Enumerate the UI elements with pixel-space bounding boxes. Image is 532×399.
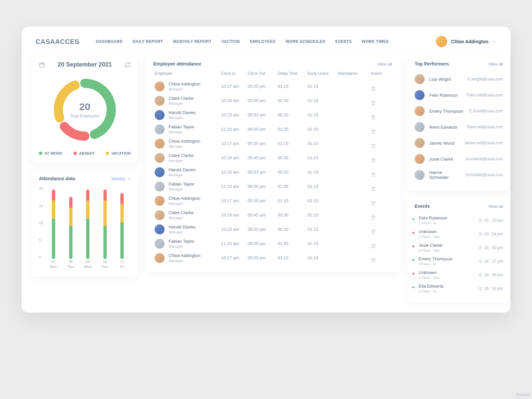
early-leave: 01:15	[308, 170, 337, 175]
delay-time: 01:15	[278, 198, 308, 203]
employee-cell: Harold DaviesManager	[155, 110, 221, 120]
trash-icon[interactable]	[371, 129, 391, 134]
event-row[interactable]: Unknown2 Floor - Out15 : 54 pm	[415, 227, 503, 241]
table-row[interactable]: Claire ClarkeManager10:19 am05:45 pm00:3…	[153, 151, 392, 165]
clock-out: 05:35 pm	[248, 84, 278, 89]
trash-icon[interactable]	[371, 115, 391, 120]
employee-role: Manager	[169, 244, 195, 248]
early-leave: 01:15	[308, 84, 337, 89]
bar	[120, 193, 124, 259]
attendance-status	[337, 84, 371, 89]
avatar	[155, 210, 165, 220]
events-title: Events	[415, 203, 430, 209]
table-row[interactable]: Fabian TaylorManager11:15 am06:00 pm01:3…	[153, 236, 392, 251]
event-time: 16 : 17 pm	[478, 259, 503, 264]
trash-icon[interactable]	[371, 200, 391, 206]
bar-column: 09Wed	[86, 186, 89, 259]
events-view-all[interactable]: View all	[488, 204, 503, 209]
col-header: Delay Time	[278, 71, 308, 76]
bar-segment	[52, 200, 55, 219]
app-window: CASAACCES DASHBOARDDAILY REPORTMONTHLY R…	[22, 27, 510, 313]
nav-item-monthly-report[interactable]: MONTHLY REPORT	[173, 39, 212, 44]
trash-icon[interactable]	[371, 86, 391, 91]
table-row[interactable]: Harold DaviesManager10:25 am05:53 pm00:2…	[153, 165, 392, 179]
table-row[interactable]: Harold DaviesManager10:25 am05:53 pm00:2…	[153, 222, 392, 236]
event-row[interactable]: Ella Edwards1 Floor - In16 : 53 pm	[415, 282, 503, 295]
employee-name: Claire Clarke	[169, 96, 194, 101]
event-row[interactable]: Unknown1 Floor - Out16 : 35 pm	[415, 268, 503, 282]
performer-row[interactable]: James WoodJames.wd@casa.com	[415, 135, 503, 151]
event-main: Unknown2 Floor - Out	[419, 229, 474, 239]
left-column: 20 September 2021 20 Total Employees AT …	[32, 54, 138, 303]
row-action	[371, 153, 391, 163]
performer-email: Schneide@casa.com	[465, 173, 503, 177]
period-select[interactable]: Weekly	[111, 176, 131, 181]
nav-item-dashboard[interactable]: DASHBOARD	[96, 39, 123, 44]
nav-item-work-schedules[interactable]: WORK SCHEDULES	[286, 39, 326, 44]
trash-icon[interactable]	[371, 172, 391, 177]
performer-row[interactable]: Hanna SchneiderSchneide@casa.com	[415, 167, 503, 183]
bar-segment	[52, 219, 55, 259]
table-row[interactable]: Chloe AddingtonManager10:17 am05:35 pm01…	[153, 251, 392, 265]
event-row[interactable]: Emery Thompson3 Floor - in16 : 17 pm	[415, 254, 503, 268]
performer-row[interactable]: Remi EdwardsRemi.ed@casa.com	[415, 119, 503, 135]
table-row[interactable]: Chloe AddingtonManager10:17 am05:35 pm01…	[153, 136, 392, 151]
performer-name: Remi Edwards	[429, 125, 463, 130]
trash-icon[interactable]	[371, 143, 391, 149]
attendance-bar-chart: 20151050 07Mon08Thur09Wed10Thur11Fri	[39, 186, 131, 269]
attendance-status	[337, 98, 371, 103]
event-row[interactable]: Josie Clarke4 Floor - Out16 : 00 pm	[415, 241, 503, 254]
performer-name: James Wood	[429, 141, 459, 146]
col-header: Attendance	[337, 71, 371, 76]
nav-item-events[interactable]: EVENTS	[335, 39, 352, 44]
event-main: Josie Clarke4 Floor - Out	[419, 243, 474, 252]
clock-icon	[478, 259, 482, 263]
trash-icon[interactable]	[371, 243, 391, 249]
clock-out: 06:00 pm	[248, 184, 278, 189]
performer-row[interactable]: Emery ThompsonE.thom@casa.com	[415, 103, 503, 119]
performer-email: James.wd@casa.com	[464, 141, 503, 145]
user-menu[interactable]: Chloe Addington	[436, 36, 496, 47]
trash-icon[interactable]	[371, 158, 391, 163]
early-leave: 01:15	[308, 184, 337, 189]
employee-name: Fabian Taylor	[169, 124, 195, 129]
table-row[interactable]: Harold DaviesManager10:25 am05:53 pm00:2…	[153, 108, 392, 122]
trash-icon[interactable]	[371, 100, 391, 106]
table-row[interactable]: Claire ClarkeManager10:19 am05:45 pm00:3…	[153, 93, 392, 108]
refresh-icon[interactable]	[125, 62, 131, 68]
nav-item-daily-report[interactable]: DAILY REPORT	[133, 39, 163, 44]
calendar-icon[interactable]	[39, 62, 45, 68]
early-leave: 01:15	[308, 255, 337, 260]
early-leave: 01:15	[308, 198, 337, 203]
table-row[interactable]: Chloe AddingtonManager10:17 am05:35 pm01…	[153, 79, 392, 93]
event-sub: 3 Floor - in	[419, 262, 474, 266]
top-performers-view-all[interactable]: View all	[488, 62, 503, 66]
trash-icon[interactable]	[371, 229, 391, 234]
nav-item-vaction[interactable]: VACTION	[221, 39, 240, 44]
status-dot-icon	[412, 245, 415, 248]
nav-item-work-times[interactable]: WORK TIMES	[362, 39, 389, 44]
status-dot-icon	[412, 272, 415, 275]
table-header: EmployeeClock InClock OutDelay TimeEarly…	[153, 71, 392, 79]
avatar	[415, 154, 425, 164]
bar-segment	[103, 190, 107, 200]
date-summary-card: 20 September 2021 20 Total Employees AT …	[32, 54, 138, 163]
table-row[interactable]: Fabian TaylorManager11:15 am06:00 pm01:3…	[153, 122, 392, 136]
performer-row[interactable]: Lsla WrightE.wright@casa.com	[415, 71, 503, 87]
event-time: 16 : 35 pm	[478, 273, 503, 277]
bar-column: 11Fri	[120, 186, 124, 259]
event-row[interactable]: Felix Robinson1 Floor - In15 : 23 pm	[415, 213, 503, 227]
performer-row[interactable]: Felix RobinsonFelix.rob@casa.com	[415, 87, 503, 103]
table-row[interactable]: Claire ClarkeManager10:19 am05:45 pm00:3…	[153, 208, 392, 222]
trash-icon[interactable]	[371, 258, 391, 263]
nav-item-employees[interactable]: EMPLOYEES	[250, 39, 275, 44]
event-sub: 4 Floor - Out	[419, 248, 474, 252]
performer-row[interactable]: Josie ClarkeJosclarke@casa.com	[415, 151, 503, 167]
table-row[interactable]: Fabian TaylorManager11:15 am06:00 pm01:3…	[153, 179, 392, 194]
table-row[interactable]: Chloe AddingtonManager10:17 am05:35 pm01…	[153, 194, 392, 208]
trash-icon[interactable]	[371, 215, 391, 220]
col-header: Clock In	[221, 71, 248, 76]
trash-icon[interactable]	[371, 186, 391, 192]
attendance-view-all[interactable]: View all	[377, 62, 392, 66]
clock-icon	[478, 287, 482, 291]
